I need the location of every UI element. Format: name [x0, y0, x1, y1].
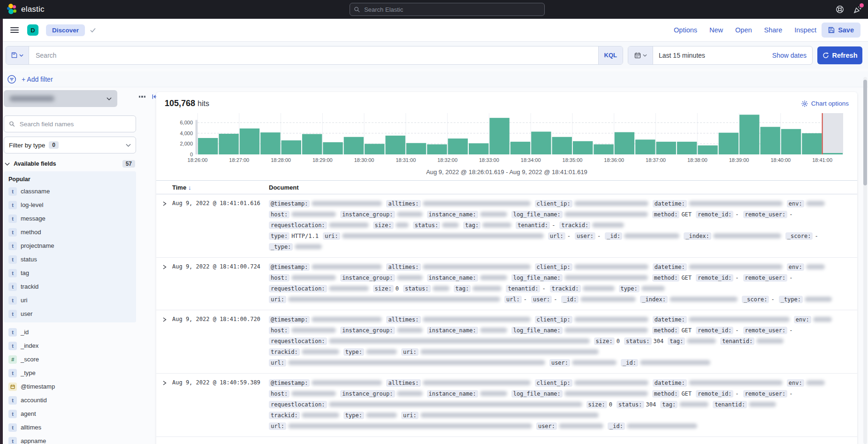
field-item-_index[interactable]: t_index — [8, 339, 136, 352]
menu-hamburger-icon[interactable] — [10, 27, 19, 33]
doc-field-label: log_file_name: — [511, 211, 563, 218]
row-timestamp: Aug 9, 2022 @ 18:40:59.389 — [172, 378, 269, 432]
field-name: method — [21, 229, 41, 236]
field-item-log-level[interactable]: tlog-level — [8, 198, 136, 212]
document-column-header: Document — [269, 184, 857, 191]
doc-field: instance_name: — [427, 327, 507, 334]
svg-text:18:36:00: 18:36:00 — [604, 157, 624, 163]
row-document-summary: @timestamp:alltimes:client_ip:datetime:e… — [269, 314, 857, 368]
check-icon — [90, 27, 96, 33]
field-item-user[interactable]: tuser — [8, 307, 136, 321]
doc-field-label: type: — [343, 348, 364, 356]
field-item-_id[interactable]: t_id — [8, 325, 136, 339]
field-name: appname — [21, 437, 46, 444]
expand-row-chevron-icon[interactable] — [156, 199, 172, 253]
menu-inspect[interactable]: Inspect — [794, 26, 816, 34]
time-range-value[interactable]: Last 15 minutes — [653, 46, 767, 64]
field-item-uri[interactable]: turi — [8, 293, 136, 307]
menu-new[interactable]: New — [709, 26, 723, 34]
scrollbar-thumb[interactable] — [863, 80, 867, 185]
string-type-icon: t — [8, 328, 17, 337]
field-name: classname — [21, 188, 50, 195]
doc-field-value-redacted — [572, 360, 617, 365]
doc-field-label: user: — [536, 422, 557, 430]
filter-menu-icon[interactable] — [7, 74, 17, 84]
doc-field: url:- — [504, 296, 527, 303]
expand-row-chevron-icon[interactable] — [156, 262, 172, 305]
document-row: Aug 9, 2022 @ 18:41:00.720@timestamp:all… — [156, 310, 857, 374]
add-filter-button[interactable]: + Add filter — [22, 76, 53, 83]
doc-field-value-redacted — [366, 349, 397, 354]
doc-field-value-redacted — [295, 244, 322, 249]
help-icon[interactable] — [835, 5, 845, 14]
histogram-chart[interactable]: 18:26:0018:27:0018:28:0018:29:0018:30:00… — [156, 110, 857, 167]
chart-options-button[interactable]: Chart options — [801, 100, 849, 107]
number-type-icon: # — [8, 355, 17, 364]
string-type-icon: t — [8, 410, 17, 418]
field-item-status[interactable]: tstatus — [8, 253, 136, 266]
field-item-alltimes[interactable]: talltimes — [8, 421, 136, 434]
doc-field-label: requestlocation: — [269, 401, 327, 408]
string-type-icon: t — [8, 310, 17, 318]
doc-field-label: host: — [269, 211, 289, 218]
menu-share[interactable]: Share — [764, 26, 783, 34]
expand-row-chevron-icon[interactable] — [156, 314, 172, 368]
doc-field-label: url: — [269, 359, 286, 367]
doc-field: remote_id:- — [696, 390, 739, 397]
doc-field: requestlocation: — [269, 222, 369, 229]
field-item-@timestamp[interactable]: @timestamp — [8, 380, 136, 393]
doc-field-label: datetime: — [653, 200, 687, 207]
kql-language-button[interactable]: KQL — [598, 46, 623, 64]
field-item-tag[interactable]: ttag — [8, 266, 136, 280]
doc-field-value: GET — [681, 390, 692, 397]
field-item-classname[interactable]: tclassname — [8, 184, 136, 198]
field-actions-dots-icon[interactable] — [139, 96, 145, 98]
doc-field: env: — [787, 380, 825, 386]
newsfeed-icon[interactable] — [853, 5, 862, 14]
doc-field-label: tag: — [668, 337, 685, 345]
doc-field: host: — [269, 275, 336, 281]
field-item-_score[interactable]: #_score — [8, 352, 136, 366]
elastic-brand[interactable]: elastic — [7, 4, 45, 15]
field-item-appname[interactable]: tappname — [8, 434, 136, 444]
field-search[interactable] — [4, 115, 136, 132]
doc-field-value-redacted — [433, 286, 449, 291]
doc-field-label: url: — [504, 296, 522, 303]
refresh-button[interactable]: Refresh — [817, 46, 862, 64]
doc-field-label: env: — [787, 200, 804, 207]
breadcrumb-discover[interactable]: Discover — [46, 24, 85, 36]
field-item-trackid[interactable]: ttrackid — [8, 280, 136, 293]
doc-field: datetime: — [653, 380, 783, 386]
doc-field: type:HTTP/1.1 — [269, 233, 319, 239]
notification-dot — [860, 3, 864, 8]
field-item-message[interactable]: tmessage — [8, 212, 136, 225]
vertical-scrollbar[interactable] — [863, 77, 867, 444]
field-search-input[interactable] — [19, 120, 131, 128]
doc-field-label: size: — [594, 337, 615, 345]
date-quick-select-button[interactable] — [628, 46, 653, 64]
doc-field: alltimes: — [386, 200, 530, 207]
global-search[interactable] — [350, 3, 545, 16]
time-column-header[interactable]: Time ↓ — [172, 184, 269, 191]
filter-by-type-dropdown[interactable]: Filter by type 0 — [4, 137, 136, 153]
save-button[interactable]: Save — [822, 23, 860, 38]
field-name: status — [21, 256, 37, 263]
field-item-agent[interactable]: tagent — [8, 407, 136, 421]
available-fields-header[interactable]: Available fields 57 — [4, 160, 136, 168]
data-view-picker[interactable] — [4, 90, 117, 107]
expand-row-chevron-icon[interactable] — [156, 378, 172, 432]
field-item-accountid[interactable]: taccountid — [8, 393, 136, 407]
field-item-method[interactable]: tmethod — [8, 225, 136, 239]
show-dates-button[interactable]: Show dates — [767, 46, 812, 64]
svg-text:0: 0 — [190, 152, 193, 157]
query-search-input[interactable] — [35, 51, 593, 60]
menu-options[interactable]: Options — [674, 26, 697, 34]
doc-field-label: user: — [549, 359, 570, 367]
menu-open[interactable]: Open — [735, 26, 752, 34]
saved-query-menu-button[interactable] — [6, 46, 29, 64]
field-item-_type[interactable]: t_type — [8, 366, 136, 380]
space-avatar[interactable]: D — [27, 24, 38, 36]
field-item-projectname[interactable]: tprojectname — [8, 239, 136, 253]
global-search-input[interactable] — [363, 6, 541, 14]
doc-field-value-redacted — [749, 402, 776, 407]
